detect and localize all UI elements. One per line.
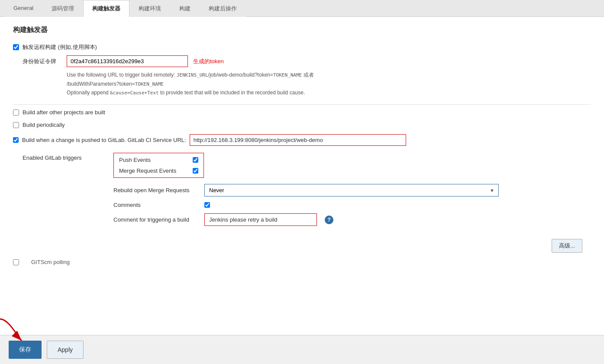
comments-label: Comments bbox=[113, 202, 200, 208]
gitlab-url-input[interactable] bbox=[190, 134, 406, 146]
main-content: 构建触发器 触发远程构建 (例如,使用脚本) 身份验证令牌 生成的token U… bbox=[0, 17, 604, 354]
token-area: 身份验证令牌 生成的token Use the following URL to… bbox=[23, 55, 591, 97]
build-after-label: Build after other projects are built bbox=[23, 109, 105, 116]
push-events-label: Push Events bbox=[119, 157, 188, 163]
bottom-action-bar: 保存 Apply bbox=[0, 335, 604, 354]
tab-general[interactable]: General bbox=[4, 0, 42, 17]
push-events-checkbox[interactable] bbox=[193, 157, 198, 163]
advanced-button[interactable]: 高级... bbox=[552, 239, 582, 253]
tab-env[interactable]: 构建环境 bbox=[129, 0, 170, 17]
scm-polling-row: GITScm polling bbox=[13, 259, 591, 265]
gitlab-triggers-content: Push Events Merge Request Events Rebuild… bbox=[113, 153, 591, 235]
url-info-path2: /buildWithParameters?token= bbox=[67, 81, 135, 87]
rebuild-select[interactable]: Never On push to source branch On push t… bbox=[204, 184, 499, 196]
token-input[interactable] bbox=[67, 55, 188, 67]
url-info-code1: JENKINS_URL bbox=[177, 72, 208, 78]
gitlab-triggers-area: Enabled GitLab triggers Push Events Merg… bbox=[23, 153, 591, 235]
scm-polling-checkbox[interactable] bbox=[13, 259, 19, 265]
gitlab-build-label: Build when a change is pushed to GitLab.… bbox=[22, 137, 186, 143]
page-title: 构建触发器 bbox=[13, 26, 591, 35]
build-periodically-section: Build periodically bbox=[13, 122, 591, 128]
remote-build-label: 触发远程构建 (例如,使用脚本) bbox=[23, 43, 97, 51]
rebuild-select-wrapper: Never On push to source branch On push t… bbox=[204, 184, 499, 196]
comments-checkbox[interactable] bbox=[204, 202, 210, 208]
advanced-area: 高级... bbox=[13, 239, 582, 253]
url-info-token: TOKEN_NAME bbox=[273, 72, 302, 78]
tab-build[interactable]: 构建 bbox=[170, 0, 200, 17]
gitlab-triggers-label: Enabled GitLab triggers bbox=[23, 153, 100, 161]
url-info-code2: &cause=Cause+Text bbox=[110, 90, 159, 96]
build-periodically-row: Build periodically bbox=[13, 122, 591, 128]
token-row: 身份验证令牌 生成的token bbox=[23, 55, 591, 67]
events-group: Push Events Merge Request Events bbox=[113, 153, 591, 178]
merge-request-events-label: Merge Request Events bbox=[119, 168, 188, 174]
tab-post[interactable]: 构建后操作 bbox=[200, 0, 246, 17]
url-info-end: to provide text that will be included in… bbox=[160, 90, 305, 96]
remote-build-section: 触发远程构建 (例如,使用脚本) 身份验证令牌 生成的token Use the… bbox=[13, 43, 591, 97]
build-after-checkbox[interactable] bbox=[13, 110, 19, 116]
rebuild-label: Rebuild open Merge Requests bbox=[113, 187, 200, 193]
merge-request-events-row: Merge Request Events bbox=[119, 168, 198, 174]
arrow-indicator bbox=[0, 315, 30, 345]
remote-build-checkbox[interactable] bbox=[13, 44, 19, 50]
tab-source[interactable]: 源码管理 bbox=[42, 0, 83, 17]
url-info-append: Optionally append bbox=[67, 90, 110, 96]
comments-row: Comments bbox=[113, 202, 591, 208]
url-info: Use the following URL to trigger build r… bbox=[67, 71, 591, 97]
comment-trigger-label: Comment for triggering a build bbox=[113, 216, 200, 223]
help-icon[interactable]: ? bbox=[325, 216, 333, 224]
scm-polling-section: GITScm polling bbox=[13, 259, 591, 265]
gitlab-build-row: Build when a change is pushed to GitLab.… bbox=[13, 134, 591, 146]
apply-button[interactable]: Apply bbox=[47, 341, 84, 354]
merge-request-events-checkbox[interactable] bbox=[193, 168, 198, 174]
rebuild-row: Rebuild open Merge Requests Never On pus… bbox=[113, 184, 591, 196]
scm-polling-label: GITScm polling bbox=[31, 259, 70, 265]
comment-trigger-input[interactable] bbox=[204, 213, 317, 226]
tab-trigger[interactable]: 构建触发器 bbox=[83, 0, 129, 17]
tab-bar: General 源码管理 构建触发器 构建环境 构建 构建后操作 bbox=[0, 0, 604, 17]
build-after-row: Build after other projects are built bbox=[13, 109, 591, 116]
url-info-path: /job/web-demo/build?token= bbox=[208, 72, 273, 78]
build-periodically-checkbox[interactable] bbox=[13, 122, 19, 128]
events-box: Push Events Merge Request Events bbox=[113, 153, 204, 178]
url-info-token2: TOKEN_NAME bbox=[135, 81, 164, 87]
build-periodically-label: Build periodically bbox=[23, 122, 65, 128]
remote-build-row: 触发远程构建 (例如,使用脚本) bbox=[13, 43, 591, 51]
token-hint: 生成的token bbox=[193, 58, 224, 65]
build-after-section: Build after other projects are built bbox=[13, 109, 591, 116]
gitlab-build-section: Build when a change is pushed to GitLab.… bbox=[13, 134, 591, 253]
url-info-or: 或者 bbox=[304, 72, 314, 78]
url-info-text1: Use the following URL to trigger build r… bbox=[67, 72, 175, 78]
gitlab-build-checkbox[interactable] bbox=[13, 137, 19, 143]
token-label: 身份验证令牌 bbox=[23, 58, 61, 65]
save-button-area: 保存 bbox=[9, 341, 42, 354]
comment-trigger-row: Comment for triggering a build ? bbox=[113, 213, 591, 226]
push-events-row: Push Events bbox=[119, 157, 198, 163]
